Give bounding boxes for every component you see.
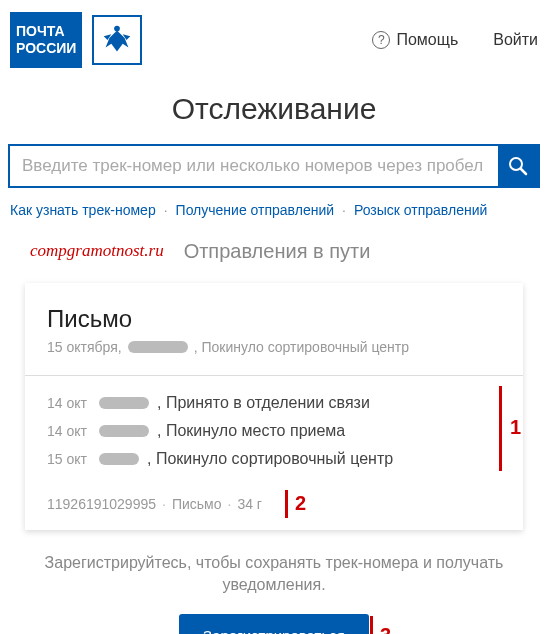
event-row: 15 окт , Покинуло сортировочный центр xyxy=(47,450,501,468)
event-text: , Покинуло место приема xyxy=(157,422,345,440)
event-row: 14 окт , Покинуло место приема xyxy=(47,422,501,440)
annotation-bar-3 xyxy=(370,616,373,634)
nav-link-track-howto[interactable]: Как узнать трек-номер xyxy=(10,202,156,218)
redacted-location xyxy=(128,341,188,353)
tracking-card[interactable]: Письмо 15 октября, , Покинуло сортировоч… xyxy=(25,283,523,530)
section-title: Отправления в пути xyxy=(184,240,371,263)
annotation-1: 1 xyxy=(510,416,521,439)
event-date: 14 окт xyxy=(47,423,91,439)
meta-separator: · xyxy=(228,496,232,512)
register-container: Зарегистрироваться 3 xyxy=(25,614,523,634)
search-container xyxy=(8,144,540,188)
logo-emblem[interactable] xyxy=(92,15,142,65)
card-subtitle: 15 октября, , Покинуло сортировочный цен… xyxy=(47,339,501,355)
nav-separator: · xyxy=(342,202,346,218)
nav-separator: · xyxy=(164,202,168,218)
search-input[interactable] xyxy=(10,146,498,186)
redacted-location xyxy=(99,453,139,465)
event-date: 15 окт xyxy=(47,451,91,467)
annotation-2: 2 xyxy=(295,492,306,515)
eagle-icon xyxy=(98,21,136,59)
redacted-location xyxy=(99,425,149,437)
watermark-row: compgramotnost.ru Отправления в пути xyxy=(0,236,548,273)
redacted-location xyxy=(99,397,149,409)
logo-line1: ПОЧТА xyxy=(16,23,76,40)
login-button[interactable]: Войти xyxy=(493,31,538,49)
svg-line-2 xyxy=(521,169,526,174)
meta-type: Письмо xyxy=(172,496,222,512)
question-icon: ? xyxy=(372,31,390,49)
nav-links: Как узнать трек-номер · Получение отправ… xyxy=(0,202,548,236)
nav-link-receiving[interactable]: Получение отправлений xyxy=(176,202,335,218)
meta-separator: · xyxy=(162,496,166,512)
card-title: Письмо xyxy=(47,305,501,333)
track-number: 11926191029995 xyxy=(47,496,156,512)
logo-line2: РОССИИ xyxy=(16,40,76,57)
meta-row: 11926191029995 · Письмо · 34 г 2 xyxy=(47,496,501,512)
nav-link-search[interactable]: Розыск отправлений xyxy=(354,202,487,218)
search-icon xyxy=(508,156,528,176)
subtitle-status: , Покинуло сортировочный центр xyxy=(194,339,409,355)
separator xyxy=(25,375,523,376)
annotation-bar-2 xyxy=(285,490,288,518)
watermark: compgramotnost.ru xyxy=(30,241,164,261)
annotation-3: 3 xyxy=(380,624,391,634)
events-container: 14 окт , Принято в отделении связи 14 ок… xyxy=(47,394,501,468)
event-text: , Принято в отделении связи xyxy=(157,394,370,412)
event-date: 14 окт xyxy=(47,395,91,411)
event-row: 14 окт , Принято в отделении связи xyxy=(47,394,501,412)
subtitle-date: 15 октября, xyxy=(47,339,122,355)
annotation-bar-1 xyxy=(499,386,502,471)
register-button[interactable]: Зарегистрироваться xyxy=(179,614,369,634)
search-button[interactable] xyxy=(498,146,538,186)
event-text: , Покинуло сортировочный центр xyxy=(147,450,393,468)
page-title: Отслеживание xyxy=(0,92,548,126)
meta-weight: 34 г xyxy=(237,496,262,512)
help-label: Помощь xyxy=(396,31,458,49)
header: ПОЧТА РОССИИ ? Помощь Войти xyxy=(0,0,548,80)
register-text: Зарегистрируйтесь, чтобы сохранять трек-… xyxy=(40,552,508,597)
logo-text[interactable]: ПОЧТА РОССИИ xyxy=(10,12,82,68)
help-button[interactable]: ? Помощь xyxy=(372,31,458,49)
